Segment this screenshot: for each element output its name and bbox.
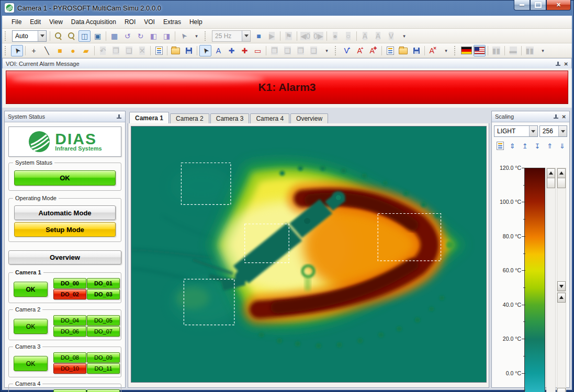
grid-icon[interactable]: ▦	[108, 30, 120, 42]
menu-item-roi[interactable]: ROI	[120, 17, 140, 27]
flag-marker-icon[interactable]: ⚑	[283, 30, 295, 42]
levels-select[interactable]: 256	[539, 125, 567, 137]
camera-status-button[interactable]: OK	[14, 319, 48, 334]
save-roi-icon[interactable]	[183, 45, 195, 56]
menu-item-data-acquisition[interactable]: Data Acquisition	[67, 17, 120, 27]
snapshot-save-icon[interactable]: ●	[329, 30, 341, 42]
order-front-icon[interactable]: ❐	[295, 45, 307, 56]
tab-camera-3[interactable]: Camera 3	[210, 113, 250, 123]
pin-icon[interactable]	[116, 114, 122, 120]
roi-add-icon[interactable]: ✚	[226, 45, 238, 56]
scroll-up-button[interactable]	[557, 293, 566, 303]
toolbar-overflow-icon[interactable]: ▾	[398, 30, 410, 42]
roi-select-text-icon[interactable]: A	[212, 45, 224, 56]
voi-save-icon[interactable]	[410, 45, 422, 56]
layout-rows-icon[interactable]: ▬	[507, 45, 519, 56]
digital-output-button-do_08[interactable]: DO_08	[53, 352, 86, 363]
camera-status-button[interactable]: OK	[14, 282, 48, 297]
menu-item-extras[interactable]: Extras	[159, 17, 185, 27]
open-roi-icon[interactable]	[170, 45, 182, 56]
rotate-right-icon[interactable]: ↻	[134, 30, 147, 42]
voi-open-icon[interactable]	[397, 45, 409, 56]
snapshot-icon[interactable]: ○	[342, 30, 354, 42]
menu-item-file[interactable]: File	[7, 17, 26, 27]
digital-output-button-do_02[interactable]: DO_02	[53, 289, 86, 299]
digital-output-button-do_10[interactable]: DO_10	[53, 363, 86, 374]
layout-pause-icon[interactable]: ▮▮	[490, 45, 502, 56]
toolbar-overflow-icon[interactable]: ▾	[321, 45, 333, 56]
close-button[interactable]: ✕	[546, 0, 571, 10]
scroll-up-button[interactable]	[557, 168, 566, 178]
digital-output-button-do_01[interactable]: DO_01	[87, 278, 120, 289]
toolbar-grip[interactable]	[335, 46, 339, 55]
digital-output-button-do_09[interactable]: DO_09	[87, 352, 120, 363]
undo-icon[interactable]: ↶	[97, 45, 109, 56]
scrollbar-thumb[interactable]	[547, 178, 555, 188]
text-save-icon[interactable]: A	[359, 30, 371, 42]
roi-list-icon[interactable]	[153, 45, 165, 56]
digital-output-button-do_11[interactable]: DO_11	[87, 363, 120, 374]
digital-output-button-do_13[interactable]: DO_13	[87, 389, 120, 392]
point-tool-icon[interactable]: +	[28, 45, 40, 56]
digital-output-button-do_12[interactable]: DO_12	[53, 389, 86, 392]
chevron-down-icon[interactable]	[38, 31, 46, 41]
ungroup-icon[interactable]: ❏	[282, 45, 294, 56]
flag-us-icon[interactable]	[474, 45, 486, 56]
pin-icon[interactable]	[553, 114, 559, 120]
menu-item-edit[interactable]: Edit	[26, 17, 45, 27]
chevron-down-icon[interactable]	[558, 126, 567, 136]
maximize-button[interactable]	[530, 0, 546, 10]
digital-output-button-do_04[interactable]: DO_04	[53, 315, 86, 326]
palette-select[interactable]: LIGHT	[494, 125, 538, 137]
min-down-icon[interactable]: ↧	[532, 140, 543, 152]
roi-alarm-rect-icon[interactable]: ▭	[252, 45, 264, 56]
toolbar-grip[interactable]	[454, 46, 458, 55]
range-compress-icon[interactable]: ⇓	[557, 140, 568, 152]
tab-camera-1[interactable]: Camera 1	[129, 112, 169, 123]
setup-mode-button[interactable]: Setup Mode	[14, 222, 116, 237]
tab-camera-4[interactable]: Camera 4	[250, 113, 289, 123]
close-icon[interactable]: ✕	[562, 114, 566, 120]
jump-start-icon[interactable]: ◀0	[299, 30, 311, 42]
pin-icon[interactable]	[555, 61, 561, 67]
rectangle-tool-icon[interactable]: ■	[54, 45, 66, 56]
scrollbar-thumb[interactable]	[557, 388, 566, 392]
overview-button[interactable]: Overview	[8, 250, 121, 264]
thermal-image[interactable]	[131, 126, 487, 383]
chevron-down-icon[interactable]	[529, 126, 537, 136]
toolbar-overflow-icon[interactable]: ▾	[440, 45, 452, 56]
toolbar-grip[interactable]	[5, 31, 8, 41]
automatic-mode-button[interactable]: Automatic Mode	[14, 205, 116, 220]
roi-add-alarm-icon[interactable]: ✚	[239, 45, 251, 56]
digital-output-button-do_06[interactable]: DO_06	[53, 326, 86, 337]
toolbar-grip[interactable]	[5, 46, 8, 55]
flag-german-icon[interactable]	[460, 45, 472, 56]
play-icon[interactable]: ▶	[266, 30, 278, 42]
digital-output-button-do_07[interactable]: DO_07	[87, 326, 120, 337]
scrollbar-thumb[interactable]	[557, 178, 566, 188]
zoom-out-icon[interactable]	[65, 30, 77, 42]
range-auto-icon[interactable]: ⇕	[507, 140, 518, 152]
group-icon[interactable]: ❐	[268, 45, 280, 56]
fit-width-icon[interactable]: ◫	[78, 30, 91, 42]
flip-vertical-icon[interactable]: ◨	[161, 30, 173, 42]
digital-output-button-do_05[interactable]: DO_05	[87, 315, 120, 326]
voi-add-icon[interactable]: V+	[341, 45, 353, 56]
alarm-text-add-icon[interactable]: A+	[354, 45, 366, 56]
system-status-ok-button[interactable]: OK	[14, 170, 116, 186]
close-icon[interactable]: ✕	[564, 61, 568, 67]
layout-columns-icon[interactable]: ▮▮	[524, 45, 536, 56]
palette-edit-icon[interactable]	[494, 140, 505, 152]
flip-horizontal-icon[interactable]: ◧	[148, 30, 160, 42]
line-tool-icon[interactable]: ╲	[41, 45, 53, 56]
tab-camera-2[interactable]: Camera 2	[170, 113, 209, 123]
paste-icon[interactable]: ❏	[123, 45, 135, 56]
zoom-in-icon[interactable]	[52, 30, 64, 42]
voi-notes-icon[interactable]	[384, 45, 396, 56]
menu-item-help[interactable]: Help	[185, 17, 207, 27]
upper-limit-scrollbar[interactable]	[546, 168, 556, 392]
camera-status-button[interactable]: OK	[14, 356, 48, 371]
jump-end-icon[interactable]: 0▶	[312, 30, 324, 42]
tab-overview[interactable]: Overview	[290, 113, 328, 123]
select-tool-icon[interactable]: ➤	[11, 45, 23, 56]
